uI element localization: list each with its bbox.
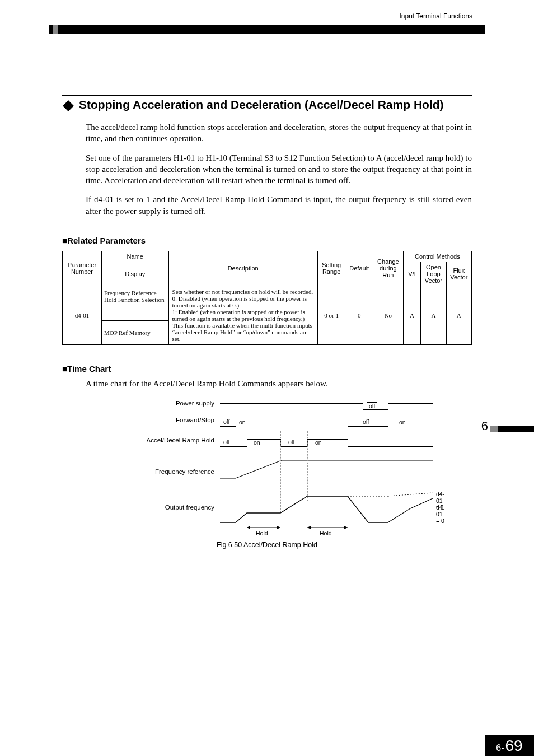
chart-annotation: d4-01 = 0 [436,504,444,524]
th-vf: V/f [403,262,421,286]
section-title: Stopping Acceleration and Deceleration (… [79,98,444,111]
cell-name: Frequency Reference Hold Function Select… [101,286,168,321]
cell-change-run: No [373,286,404,344]
svg-marker-5 [307,526,311,529]
chapter-side-number: 6 [481,419,488,433]
cell-description: Sets whether or not frequencies on hold … [168,286,317,344]
cell-param-no: d4-01 [63,286,102,344]
svg-marker-2 [247,526,250,529]
cell-vf: A [403,286,421,344]
related-params-heading: ■Related Parameters [62,236,472,245]
th-description: Description [168,251,317,286]
th-change-run: Change during Run [373,251,404,286]
cell-olv: A [421,286,446,344]
header-rule [49,25,485,34]
chapter-side-bar [490,426,534,432]
th-flux: Flux Vector [446,262,471,286]
section-rule [62,95,472,96]
header-section-label: Input Terminal Functions [399,12,472,20]
cell-display: MOP Ref Memory [101,321,168,344]
table-row: d4-01 Frequency Reference Hold Function … [63,286,472,321]
parameter-table: Parameter Number Name Description Settin… [62,251,472,345]
chart-row-label: Output frequency [118,492,220,512]
diamond-icon [63,100,74,111]
svg-marker-3 [277,526,280,529]
th-control-methods: Control Methods [403,251,471,262]
body-paragraph: Set one of the parameters H1-01 to H1-10… [86,152,472,186]
chart-row-label: Power supply [118,400,220,408]
body-paragraph: The accel/decel ramp hold function stops… [86,122,472,144]
th-setting-range: Setting Range [317,251,345,286]
time-chart-intro: A time chart for the Accel/Decel Ramp Ho… [86,379,472,389]
body-paragraph: If d4-01 is set to 1 and the Accel/Decel… [86,194,472,217]
timing-chart: Power supply off Forward/Stop off [118,400,432,525]
svg-marker-6 [344,526,348,529]
th-default: Default [345,251,373,286]
th-param-no: Parameter Number [63,251,102,286]
chart-row-label: Forward/Stop [118,417,220,424]
th-display: Display [101,262,168,286]
cell-setting-range: 0 or 1 [317,286,345,344]
chart-annotation: Hold [320,530,332,536]
th-olv: Open Loop Vector [421,262,446,286]
figure-caption: Fig 6.50 Accel/Decel Ramp Hold [62,541,472,549]
chart-row-label: Frequency reference [118,457,220,476]
th-name: Name [101,251,168,262]
cell-flux: A [446,286,471,344]
chart-annotation: Hold [256,530,268,536]
cell-default: 0 [345,286,373,344]
time-chart-heading: ■Time Chart [62,364,472,374]
chart-row-label: Accel/Decel Ramp Hold [118,437,220,445]
page-number-badge: 6-69 [485,735,534,756]
